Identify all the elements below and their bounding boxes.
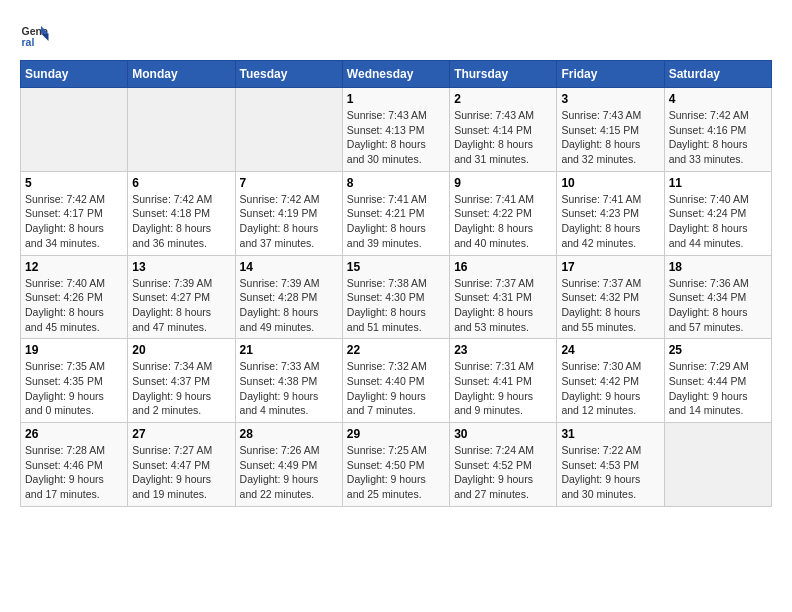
- calendar-header: SundayMondayTuesdayWednesdayThursdayFrid…: [21, 61, 772, 88]
- table-row: 26Sunrise: 7:28 AM Sunset: 4:46 PM Dayli…: [21, 423, 128, 507]
- day-number: 13: [132, 260, 230, 274]
- table-row: [21, 88, 128, 172]
- day-number: 26: [25, 427, 123, 441]
- svg-marker-3: [41, 34, 49, 42]
- day-number: 14: [240, 260, 338, 274]
- day-header-thursday: Thursday: [450, 61, 557, 88]
- calendar: SundayMondayTuesdayWednesdayThursdayFrid…: [20, 60, 772, 507]
- day-number: 22: [347, 343, 445, 357]
- table-row: 1Sunrise: 7:43 AM Sunset: 4:13 PM Daylig…: [342, 88, 449, 172]
- table-row: 10Sunrise: 7:41 AM Sunset: 4:23 PM Dayli…: [557, 171, 664, 255]
- day-header-tuesday: Tuesday: [235, 61, 342, 88]
- table-row: 3Sunrise: 7:43 AM Sunset: 4:15 PM Daylig…: [557, 88, 664, 172]
- table-row: 11Sunrise: 7:40 AM Sunset: 4:24 PM Dayli…: [664, 171, 771, 255]
- day-number: 8: [347, 176, 445, 190]
- day-number: 15: [347, 260, 445, 274]
- day-info: Sunrise: 7:37 AM Sunset: 4:31 PM Dayligh…: [454, 276, 552, 335]
- calendar-body: 1Sunrise: 7:43 AM Sunset: 4:13 PM Daylig…: [21, 88, 772, 507]
- day-number: 19: [25, 343, 123, 357]
- day-header-wednesday: Wednesday: [342, 61, 449, 88]
- table-row: 12Sunrise: 7:40 AM Sunset: 4:26 PM Dayli…: [21, 255, 128, 339]
- day-number: 30: [454, 427, 552, 441]
- table-row: [128, 88, 235, 172]
- day-info: Sunrise: 7:32 AM Sunset: 4:40 PM Dayligh…: [347, 359, 445, 418]
- week-row-1: 1Sunrise: 7:43 AM Sunset: 4:13 PM Daylig…: [21, 88, 772, 172]
- table-row: 27Sunrise: 7:27 AM Sunset: 4:47 PM Dayli…: [128, 423, 235, 507]
- days-of-week-row: SundayMondayTuesdayWednesdayThursdayFrid…: [21, 61, 772, 88]
- day-info: Sunrise: 7:37 AM Sunset: 4:32 PM Dayligh…: [561, 276, 659, 335]
- day-info: Sunrise: 7:43 AM Sunset: 4:14 PM Dayligh…: [454, 108, 552, 167]
- day-info: Sunrise: 7:24 AM Sunset: 4:52 PM Dayligh…: [454, 443, 552, 502]
- day-number: 20: [132, 343, 230, 357]
- day-info: Sunrise: 7:22 AM Sunset: 4:53 PM Dayligh…: [561, 443, 659, 502]
- table-row: 19Sunrise: 7:35 AM Sunset: 4:35 PM Dayli…: [21, 339, 128, 423]
- day-number: 21: [240, 343, 338, 357]
- table-row: 23Sunrise: 7:31 AM Sunset: 4:41 PM Dayli…: [450, 339, 557, 423]
- day-number: 23: [454, 343, 552, 357]
- day-info: Sunrise: 7:25 AM Sunset: 4:50 PM Dayligh…: [347, 443, 445, 502]
- table-row: 22Sunrise: 7:32 AM Sunset: 4:40 PM Dayli…: [342, 339, 449, 423]
- header: Gene ral: [20, 20, 772, 50]
- day-header-saturday: Saturday: [664, 61, 771, 88]
- day-info: Sunrise: 7:43 AM Sunset: 4:15 PM Dayligh…: [561, 108, 659, 167]
- table-row: 15Sunrise: 7:38 AM Sunset: 4:30 PM Dayli…: [342, 255, 449, 339]
- day-number: 17: [561, 260, 659, 274]
- week-row-3: 12Sunrise: 7:40 AM Sunset: 4:26 PM Dayli…: [21, 255, 772, 339]
- day-number: 9: [454, 176, 552, 190]
- day-info: Sunrise: 7:41 AM Sunset: 4:23 PM Dayligh…: [561, 192, 659, 251]
- day-number: 31: [561, 427, 659, 441]
- day-info: Sunrise: 7:35 AM Sunset: 4:35 PM Dayligh…: [25, 359, 123, 418]
- week-row-2: 5Sunrise: 7:42 AM Sunset: 4:17 PM Daylig…: [21, 171, 772, 255]
- day-info: Sunrise: 7:34 AM Sunset: 4:37 PM Dayligh…: [132, 359, 230, 418]
- table-row: 14Sunrise: 7:39 AM Sunset: 4:28 PM Dayli…: [235, 255, 342, 339]
- table-row: 28Sunrise: 7:26 AM Sunset: 4:49 PM Dayli…: [235, 423, 342, 507]
- day-number: 29: [347, 427, 445, 441]
- day-info: Sunrise: 7:43 AM Sunset: 4:13 PM Dayligh…: [347, 108, 445, 167]
- table-row: 6Sunrise: 7:42 AM Sunset: 4:18 PM Daylig…: [128, 171, 235, 255]
- day-info: Sunrise: 7:39 AM Sunset: 4:28 PM Dayligh…: [240, 276, 338, 335]
- day-info: Sunrise: 7:27 AM Sunset: 4:47 PM Dayligh…: [132, 443, 230, 502]
- table-row: 17Sunrise: 7:37 AM Sunset: 4:32 PM Dayli…: [557, 255, 664, 339]
- day-number: 16: [454, 260, 552, 274]
- table-row: 18Sunrise: 7:36 AM Sunset: 4:34 PM Dayli…: [664, 255, 771, 339]
- table-row: 13Sunrise: 7:39 AM Sunset: 4:27 PM Dayli…: [128, 255, 235, 339]
- day-number: 7: [240, 176, 338, 190]
- day-info: Sunrise: 7:40 AM Sunset: 4:24 PM Dayligh…: [669, 192, 767, 251]
- day-number: 27: [132, 427, 230, 441]
- day-number: 1: [347, 92, 445, 106]
- day-info: Sunrise: 7:42 AM Sunset: 4:16 PM Dayligh…: [669, 108, 767, 167]
- day-header-sunday: Sunday: [21, 61, 128, 88]
- day-header-monday: Monday: [128, 61, 235, 88]
- logo-icon: Gene ral: [20, 20, 50, 50]
- day-number: 28: [240, 427, 338, 441]
- table-row: [664, 423, 771, 507]
- day-number: 3: [561, 92, 659, 106]
- table-row: 4Sunrise: 7:42 AM Sunset: 4:16 PM Daylig…: [664, 88, 771, 172]
- day-number: 24: [561, 343, 659, 357]
- day-number: 25: [669, 343, 767, 357]
- day-number: 6: [132, 176, 230, 190]
- table-row: [235, 88, 342, 172]
- day-number: 18: [669, 260, 767, 274]
- svg-text:ral: ral: [22, 36, 35, 48]
- day-info: Sunrise: 7:28 AM Sunset: 4:46 PM Dayligh…: [25, 443, 123, 502]
- table-row: 24Sunrise: 7:30 AM Sunset: 4:42 PM Dayli…: [557, 339, 664, 423]
- table-row: 25Sunrise: 7:29 AM Sunset: 4:44 PM Dayli…: [664, 339, 771, 423]
- day-info: Sunrise: 7:42 AM Sunset: 4:18 PM Dayligh…: [132, 192, 230, 251]
- day-info: Sunrise: 7:36 AM Sunset: 4:34 PM Dayligh…: [669, 276, 767, 335]
- day-info: Sunrise: 7:42 AM Sunset: 4:19 PM Dayligh…: [240, 192, 338, 251]
- table-row: 5Sunrise: 7:42 AM Sunset: 4:17 PM Daylig…: [21, 171, 128, 255]
- day-number: 4: [669, 92, 767, 106]
- day-number: 5: [25, 176, 123, 190]
- table-row: 9Sunrise: 7:41 AM Sunset: 4:22 PM Daylig…: [450, 171, 557, 255]
- table-row: 21Sunrise: 7:33 AM Sunset: 4:38 PM Dayli…: [235, 339, 342, 423]
- table-row: 2Sunrise: 7:43 AM Sunset: 4:14 PM Daylig…: [450, 88, 557, 172]
- day-info: Sunrise: 7:41 AM Sunset: 4:21 PM Dayligh…: [347, 192, 445, 251]
- day-number: 12: [25, 260, 123, 274]
- day-info: Sunrise: 7:40 AM Sunset: 4:26 PM Dayligh…: [25, 276, 123, 335]
- table-row: 8Sunrise: 7:41 AM Sunset: 4:21 PM Daylig…: [342, 171, 449, 255]
- day-info: Sunrise: 7:39 AM Sunset: 4:27 PM Dayligh…: [132, 276, 230, 335]
- table-row: 16Sunrise: 7:37 AM Sunset: 4:31 PM Dayli…: [450, 255, 557, 339]
- day-info: Sunrise: 7:41 AM Sunset: 4:22 PM Dayligh…: [454, 192, 552, 251]
- day-info: Sunrise: 7:38 AM Sunset: 4:30 PM Dayligh…: [347, 276, 445, 335]
